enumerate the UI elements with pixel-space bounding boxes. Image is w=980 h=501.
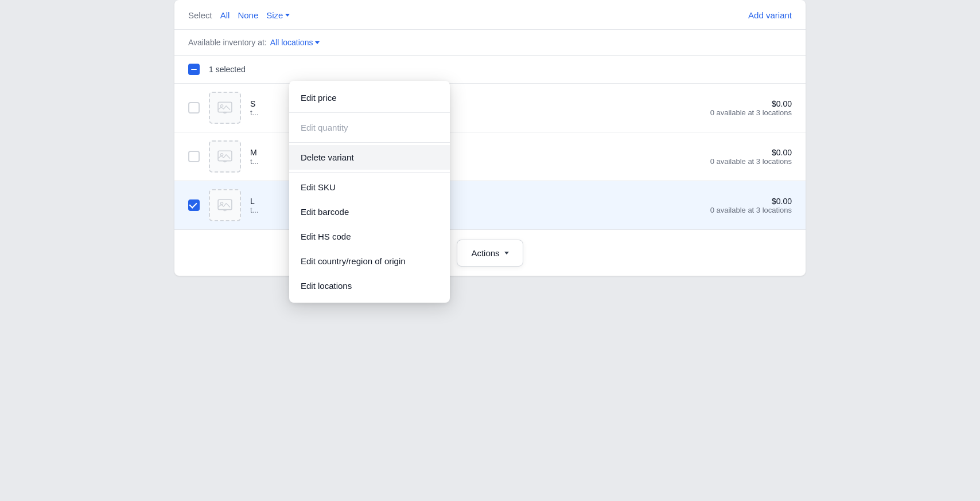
variant-price-row3: $0.00 — [677, 197, 792, 206]
actions-chevron-icon — [504, 252, 509, 255]
variant-row: S t... $0.00 0 available at 3 locations — [174, 84, 806, 132]
size-label: Size — [266, 10, 283, 20]
variant-pricing-row2: $0.00 0 available at 3 locations — [677, 148, 792, 166]
image-placeholder-icon — [217, 199, 232, 212]
dropdown-edit-barcode[interactable]: Edit barcode — [289, 199, 450, 224]
add-variant-button[interactable]: Add variant — [748, 10, 792, 20]
dropdown-edit-hs-code[interactable]: Edit HS code — [289, 224, 450, 249]
variant-image-row1 — [209, 92, 241, 124]
dropdown-divider — [289, 112, 450, 113]
image-placeholder-icon — [217, 150, 232, 163]
variant-availability-row1: 0 available at 3 locations — [677, 108, 792, 117]
svg-point-5 — [220, 202, 223, 205]
select-all-button[interactable]: All — [220, 10, 230, 20]
selected-count: 1 selected — [209, 65, 246, 74]
variant-image-row3 — [209, 189, 241, 221]
indeterminate-checkbox[interactable] — [188, 64, 200, 75]
inventory-bar: Available inventory at: All locations — [174, 30, 806, 56]
page-wrapper: Select All None Size Add variant Availab… — [0, 0, 980, 501]
all-locations-label: All locations — [270, 38, 313, 47]
all-locations-link[interactable]: All locations — [270, 38, 320, 47]
toolbar-left: Select All None Size — [188, 10, 290, 20]
dropdown-edit-locations[interactable]: Edit locations — [289, 273, 450, 298]
dropdown-delete-variant[interactable]: Delete variant — [289, 145, 450, 170]
dropdown-edit-country[interactable]: Edit country/region of origin — [289, 249, 450, 273]
image-placeholder-icon — [217, 101, 232, 114]
dropdown-divider — [289, 142, 450, 143]
variant-pricing-row3: $0.00 0 available at 3 locations — [677, 197, 792, 214]
size-chevron-icon — [285, 14, 290, 17]
actions-footer: Actions — [174, 230, 806, 276]
variant-price-row2: $0.00 — [677, 148, 792, 157]
inventory-prefix: Available inventory at: — [188, 38, 267, 47]
variant-availability-row2: 0 available at 3 locations — [677, 157, 792, 166]
select-label: Select — [188, 10, 212, 20]
variant-row: M t... $0.00 0 available at 3 locations — [174, 132, 806, 181]
checkbox-row3[interactable] — [188, 199, 200, 211]
selected-banner: 1 selected — [174, 56, 806, 84]
variant-price-row1: $0.00 — [677, 99, 792, 108]
variant-pricing-row1: $0.00 0 available at 3 locations — [677, 99, 792, 117]
select-none-button[interactable]: None — [238, 10, 258, 20]
dropdown-edit-quantity: Edit quantity — [289, 115, 450, 140]
variant-image-row2 — [209, 140, 241, 173]
dropdown-edit-sku[interactable]: Edit SKU — [289, 175, 450, 199]
actions-label: Actions — [471, 248, 499, 258]
variant-availability-row3: 0 available at 3 locations — [677, 206, 792, 214]
toolbar: Select All None Size Add variant — [174, 0, 806, 30]
size-filter-button[interactable]: Size — [266, 10, 290, 20]
actions-dropdown: Edit price Edit quantity Delete variant … — [289, 81, 450, 303]
dropdown-divider — [289, 172, 450, 173]
svg-point-3 — [220, 154, 223, 156]
checkbox-row2[interactable] — [188, 151, 200, 162]
actions-button[interactable]: Actions — [457, 240, 523, 267]
variant-row-highlighted: L t... $0.00 0 available at 3 locations — [174, 181, 806, 230]
variant-rows: 1 selected S t... $0 — [174, 56, 806, 276]
dropdown-edit-price[interactable]: Edit price — [289, 85, 450, 110]
checkbox-row1[interactable] — [188, 102, 200, 113]
locations-chevron-icon — [315, 41, 320, 44]
svg-point-1 — [220, 105, 223, 107]
main-panel: Select All None Size Add variant Availab… — [174, 0, 806, 276]
